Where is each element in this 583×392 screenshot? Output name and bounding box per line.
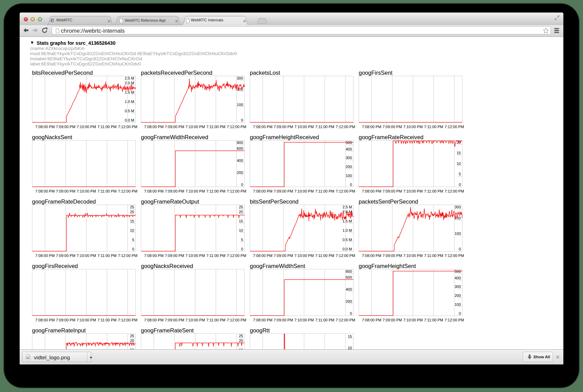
svg-text:7:10:00 PM: 7:10:00 PM <box>294 254 314 258</box>
svg-text:25: 25 <box>130 205 134 209</box>
svg-text:0: 0 <box>241 247 243 251</box>
svg-text:25: 25 <box>239 205 243 209</box>
svg-text:7:10:00 PM: 7:10:00 PM <box>403 125 422 129</box>
svg-text:7:09:00 PM: 7:09:00 PM <box>56 254 75 258</box>
svg-text:25: 25 <box>239 334 243 338</box>
svg-text:7:10:00 PM: 7:10:00 PM <box>403 189 422 193</box>
svg-text:7:11:00 PM: 7:11:00 PM <box>315 318 334 322</box>
svg-text:7:10:00 PM: 7:10:00 PM <box>76 318 96 322</box>
svg-text:7:09:00 PM: 7:09:00 PM <box>165 189 184 193</box>
svg-text:400: 400 <box>346 287 352 291</box>
svg-text:10: 10 <box>457 162 461 166</box>
svg-text:7:09:00 PM: 7:09:00 PM <box>165 318 184 322</box>
svg-text:7:10:00 PM: 7:10:00 PM <box>76 189 96 193</box>
svg-text:100: 100 <box>454 231 461 236</box>
svg-text:300: 300 <box>346 156 352 160</box>
svg-text:300: 300 <box>454 205 461 209</box>
svg-text:7:08:00 PM: 7:08:00 PM <box>362 318 381 322</box>
svg-text:0: 0 <box>459 311 461 316</box>
svg-text:7:08:00 PM: 7:08:00 PM <box>362 125 381 129</box>
svg-text:7:09:00 PM: 7:09:00 PM <box>382 254 402 258</box>
svg-text:7:08:00 PM: 7:08:00 PM <box>35 125 54 129</box>
svg-text:7:08:00 PM: 7:08:00 PM <box>144 318 163 322</box>
svg-text:7:11:00 PM: 7:11:00 PM <box>424 318 443 322</box>
svg-text:7:11:00 PM: 7:11:00 PM <box>424 125 443 129</box>
svg-text:7:08:00 PM: 7:08:00 PM <box>35 189 54 193</box>
svg-text:0.0 M: 0.0 M <box>124 118 134 122</box>
svg-text:7:08:00 PM: 7:08:00 PM <box>144 189 163 193</box>
svg-text:100: 100 <box>237 103 243 107</box>
svg-text:1.5 M: 1.5 M <box>124 90 134 94</box>
svg-text:15: 15 <box>348 334 352 339</box>
svg-text:1.5 M: 1.5 M <box>342 219 352 223</box>
svg-text:25: 25 <box>130 334 134 338</box>
svg-text:20: 20 <box>130 210 134 214</box>
svg-text:0.5 M: 0.5 M <box>124 109 134 113</box>
svg-text:7:09:00 PM: 7:09:00 PM <box>165 125 184 129</box>
svg-text:7:12:00 PM: 7:12:00 PM <box>444 125 464 129</box>
svg-text:15: 15 <box>239 219 243 223</box>
svg-text:2.5 M: 2.5 M <box>342 205 352 209</box>
svg-text:7:09:00 PM: 7:09:00 PM <box>56 189 75 193</box>
svg-text:7:11:00 PM: 7:11:00 PM <box>206 318 225 322</box>
svg-text:7:09:00 PM: 7:09:00 PM <box>274 125 293 129</box>
svg-text:20: 20 <box>239 210 243 214</box>
svg-text:7:10:00 PM: 7:10:00 PM <box>294 318 314 322</box>
svg-text:100: 100 <box>454 302 461 307</box>
svg-text:7:11:00 PM: 7:11:00 PM <box>424 254 443 258</box>
svg-text:7:11:00 PM: 7:11:00 PM <box>97 125 116 129</box>
svg-text:5: 5 <box>132 238 134 242</box>
svg-text:200: 200 <box>346 165 352 169</box>
svg-text:5: 5 <box>459 172 461 176</box>
svg-text:2.5 M: 2.5 M <box>124 76 134 80</box>
svg-text:300: 300 <box>237 76 243 80</box>
svg-text:10: 10 <box>239 228 243 233</box>
svg-text:1.0 M: 1.0 M <box>124 100 134 104</box>
svg-text:20: 20 <box>130 339 134 343</box>
svg-text:7:11:00 PM: 7:11:00 PM <box>315 189 334 193</box>
svg-text:7:11:00 PM: 7:11:00 PM <box>206 189 225 193</box>
svg-text:1.0 M: 1.0 M <box>342 228 352 233</box>
svg-text:7:10:00 PM: 7:10:00 PM <box>403 318 422 322</box>
svg-text:7:12:00 PM: 7:12:00 PM <box>227 125 246 129</box>
svg-text:400: 400 <box>346 147 352 151</box>
svg-text:7:11:00 PM: 7:11:00 PM <box>97 318 116 322</box>
svg-text:7:08:00 PM: 7:08:00 PM <box>35 318 54 322</box>
svg-text:7:09:00 PM: 7:09:00 PM <box>56 125 75 129</box>
svg-text:7:09:00 PM: 7:09:00 PM <box>274 189 293 193</box>
svg-text:600: 600 <box>237 146 243 151</box>
svg-text:7:11:00 PM: 7:11:00 PM <box>97 254 116 258</box>
svg-text:7:10:00 PM: 7:10:00 PM <box>185 318 205 322</box>
svg-text:7:08:00 PM: 7:08:00 PM <box>362 254 381 258</box>
svg-text:7:09:00 PM: 7:09:00 PM <box>56 318 75 322</box>
svg-text:7:08:00 PM: 7:08:00 PM <box>253 318 272 322</box>
svg-text:400: 400 <box>454 276 461 280</box>
svg-text:7:12:00 PM: 7:12:00 PM <box>336 125 355 129</box>
svg-text:7:11:00 PM: 7:11:00 PM <box>206 254 225 258</box>
svg-text:7:11:00 PM: 7:11:00 PM <box>97 189 116 193</box>
svg-text:0: 0 <box>241 118 243 122</box>
svg-text:7:12:00 PM: 7:12:00 PM <box>444 189 464 193</box>
svg-text:7:08:00 PM: 7:08:00 PM <box>253 125 272 129</box>
svg-text:7:12:00 PM: 7:12:00 PM <box>336 189 355 193</box>
svg-text:200: 200 <box>237 171 243 175</box>
svg-text:7:08:00 PM: 7:08:00 PM <box>144 125 163 129</box>
svg-text:200: 200 <box>346 299 352 303</box>
svg-text:7:12:00 PM: 7:12:00 PM <box>336 254 355 258</box>
svg-text:500: 500 <box>454 269 461 274</box>
svg-text:0: 0 <box>350 183 352 187</box>
svg-text:600: 600 <box>346 275 352 279</box>
svg-text:7:08:00 PM: 7:08:00 PM <box>253 254 272 258</box>
svg-text:7:08:00 PM: 7:08:00 PM <box>253 189 272 193</box>
svg-text:7:12:00 PM: 7:12:00 PM <box>336 318 355 322</box>
svg-text:0: 0 <box>132 247 134 251</box>
svg-text:7:12:00 PM: 7:12:00 PM <box>444 254 464 258</box>
svg-text:800: 800 <box>346 269 352 274</box>
svg-text:7:10:00 PM: 7:10:00 PM <box>403 254 422 258</box>
svg-text:7:12:00 PM: 7:12:00 PM <box>444 318 464 322</box>
svg-text:200: 200 <box>454 293 461 298</box>
svg-text:7:10:00 PM: 7:10:00 PM <box>76 125 96 129</box>
svg-text:7:10:00 PM: 7:10:00 PM <box>76 254 96 258</box>
svg-text:7:08:00 PM: 7:08:00 PM <box>35 254 54 258</box>
svg-text:7:09:00 PM: 7:09:00 PM <box>382 318 402 322</box>
